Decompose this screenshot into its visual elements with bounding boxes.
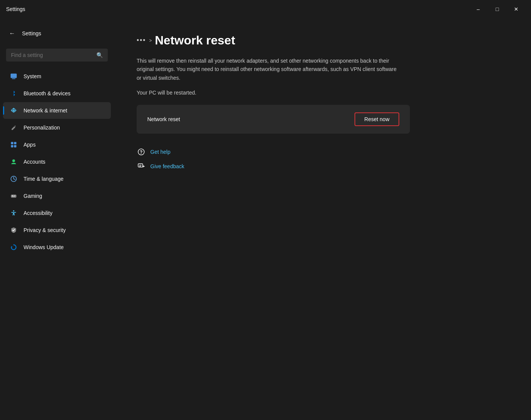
close-button[interactable]: ✕ bbox=[507, 3, 525, 15]
svg-marker-2 bbox=[12, 91, 15, 96]
sidebar-item-label-accessibility: Accessibility bbox=[24, 210, 52, 216]
help-links: ?Get helpGive feedback bbox=[137, 147, 508, 171]
sidebar: ← Settings 🔍 SystemBluetooth & devicesNe… bbox=[0, 18, 114, 420]
search-box: 🔍 bbox=[6, 49, 108, 62]
sidebar-item-apps[interactable]: Apps bbox=[3, 136, 111, 153]
breadcrumb-chevron: > bbox=[149, 38, 152, 43]
minimize-button[interactable]: – bbox=[470, 3, 487, 15]
search-input[interactable] bbox=[11, 52, 93, 58]
svg-point-9 bbox=[12, 159, 15, 162]
privacy-icon bbox=[9, 226, 18, 235]
sidebar-item-label-gaming: Gaming bbox=[24, 193, 42, 199]
nav-items: SystemBluetooth & devicesNetwork & inter… bbox=[0, 68, 114, 414]
svg-rect-5 bbox=[11, 142, 13, 144]
svg-point-16 bbox=[13, 210, 14, 212]
app-container: ← Settings 🔍 SystemBluetooth & devicesNe… bbox=[0, 18, 531, 420]
sidebar-item-label-personalization: Personalization bbox=[24, 125, 60, 131]
sidebar-item-gaming[interactable]: Gaming bbox=[3, 188, 111, 204]
get-help-icon: ? bbox=[137, 147, 146, 156]
main-content: ••• > Network reset This will remove the… bbox=[114, 18, 531, 420]
svg-text:?: ? bbox=[140, 150, 142, 155]
search-container: 🔍 bbox=[0, 49, 114, 68]
reset-card-label: Network reset bbox=[147, 116, 180, 122]
network-icon bbox=[9, 106, 18, 115]
sidebar-item-accounts[interactable]: Accounts bbox=[3, 153, 111, 170]
app-title: Settings bbox=[6, 6, 25, 12]
svg-point-4 bbox=[13, 110, 14, 111]
sidebar-item-label-privacy: Privacy & security bbox=[24, 227, 66, 233]
sidebar-item-network[interactable]: Network & internet bbox=[3, 102, 111, 119]
sidebar-item-label-apps: Apps bbox=[24, 142, 36, 148]
sidebar-title: Settings bbox=[22, 30, 41, 36]
sidebar-item-personalization[interactable]: Personalization bbox=[3, 119, 111, 136]
sidebar-item-update[interactable]: Windows Update bbox=[3, 239, 111, 256]
svg-rect-1 bbox=[12, 78, 16, 79]
help-link-get-help[interactable]: ?Get help bbox=[137, 147, 508, 156]
sidebar-item-label-bluetooth: Bluetooth & devices bbox=[24, 90, 71, 96]
sidebar-item-label-time: Time & language bbox=[24, 176, 63, 182]
svg-rect-8 bbox=[14, 145, 16, 147]
svg-rect-6 bbox=[14, 142, 16, 144]
svg-rect-11 bbox=[11, 194, 16, 197]
restart-notice: Your PC will be restarted. bbox=[137, 90, 508, 96]
sidebar-item-system[interactable]: System bbox=[3, 68, 111, 85]
give-feedback-icon bbox=[137, 162, 146, 171]
accessibility-icon bbox=[9, 208, 18, 218]
back-button[interactable]: ← bbox=[6, 27, 18, 39]
update-icon bbox=[9, 243, 18, 252]
sidebar-item-label-network: Network & internet bbox=[24, 107, 67, 114]
sidebar-item-time[interactable]: Time & language bbox=[3, 171, 111, 187]
gaming-icon bbox=[9, 191, 18, 201]
sidebar-item-accessibility[interactable]: Accessibility bbox=[3, 205, 111, 221]
page-title: Network reset bbox=[155, 33, 235, 47]
search-icon: 🔍 bbox=[96, 52, 103, 58]
title-bar-left: Settings bbox=[6, 6, 25, 12]
help-link-label-get-help: Get help bbox=[150, 149, 170, 155]
reset-card: Network reset Reset now bbox=[137, 105, 410, 134]
network-reset-description: This will remove then reinstall all your… bbox=[137, 57, 402, 82]
svg-rect-7 bbox=[11, 145, 13, 147]
bluetooth-icon bbox=[9, 89, 18, 98]
svg-point-15 bbox=[14, 196, 14, 197]
accounts-icon bbox=[9, 157, 18, 166]
sidebar-item-bluetooth[interactable]: Bluetooth & devices bbox=[3, 85, 111, 102]
time-icon bbox=[9, 174, 18, 183]
help-link-give-feedback[interactable]: Give feedback bbox=[137, 162, 508, 171]
apps-icon bbox=[9, 140, 18, 149]
svg-rect-0 bbox=[11, 74, 17, 78]
sidebar-header: ← Settings bbox=[0, 24, 114, 49]
reset-now-button[interactable]: Reset now bbox=[355, 112, 399, 126]
title-bar: Settings – □ ✕ bbox=[0, 0, 531, 18]
sidebar-item-privacy[interactable]: Privacy & security bbox=[3, 222, 111, 238]
title-bar-controls: – □ ✕ bbox=[470, 3, 525, 15]
svg-point-14 bbox=[14, 196, 15, 196]
sidebar-item-label-system: System bbox=[24, 73, 41, 79]
personalization-icon bbox=[9, 123, 18, 132]
breadcrumb-dots: ••• bbox=[137, 36, 146, 44]
system-icon bbox=[9, 72, 18, 81]
svg-marker-17 bbox=[11, 246, 13, 247]
maximize-button[interactable]: □ bbox=[488, 3, 506, 15]
sidebar-item-label-update: Windows Update bbox=[24, 244, 64, 250]
sidebar-item-label-accounts: Accounts bbox=[24, 159, 46, 165]
breadcrumb: ••• > Network reset bbox=[137, 33, 508, 47]
help-link-label-give-feedback: Give feedback bbox=[150, 163, 184, 169]
